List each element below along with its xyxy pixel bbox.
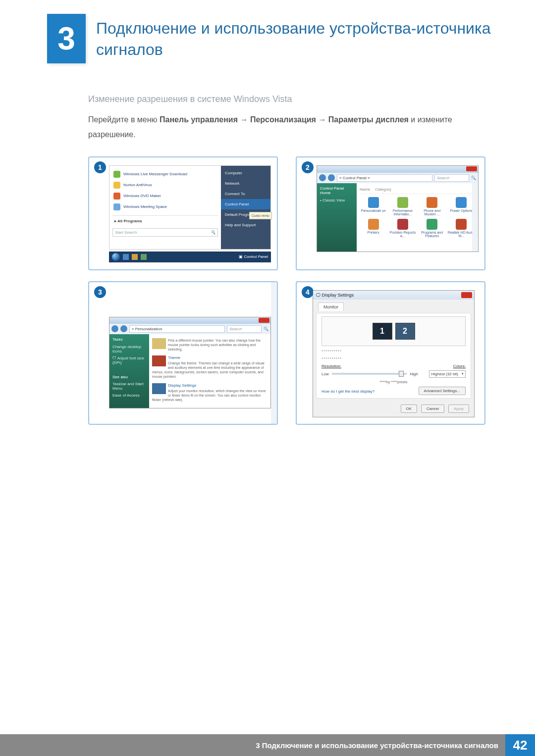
advanced-settings-button[interactable]: Advanced Settings... (419, 387, 466, 395)
colors-dropdown[interactable]: Highest (32 bit) (429, 370, 466, 378)
step-number: 1 (94, 161, 106, 173)
ok-button[interactable]: OK (401, 404, 418, 413)
start-menu-item[interactable]: Windows DVD Maker (112, 191, 218, 202)
start-orb-icon[interactable] (112, 253, 120, 261)
control-panel-item[interactable]: Phone and Modem ... (419, 197, 446, 216)
label: Windows Live Messenger Download (123, 172, 187, 176)
search-icon[interactable]: 🔍 (471, 176, 476, 180)
control-panel-item[interactable]: Printers (360, 219, 387, 238)
label: Adjust font size (DPI) (112, 356, 144, 365)
sidebar-link[interactable]: Ease of Access (112, 393, 146, 398)
monitor-preview: 1 2 (321, 316, 466, 346)
instruction-text: Перейдите в меню Панель управления → Пер… (88, 112, 485, 143)
close-icon[interactable] (466, 166, 477, 171)
back-button-icon[interactable] (111, 325, 118, 332)
monitor-icon: 🖵 (316, 293, 321, 298)
title: Theme (152, 355, 268, 360)
sidebar-link[interactable]: • Classic View (320, 198, 354, 202)
back-button-icon[interactable] (319, 174, 326, 181)
tooltip: Custo remo (249, 212, 272, 219)
start-right-item[interactable]: Help and Support (221, 220, 270, 230)
sidebar-link[interactable]: Taskbar and Start Menu (112, 382, 146, 391)
screenshot-display-settings: 🖵 Display Settings Monitor 1 2 *********… (313, 290, 475, 417)
sidebar-link[interactable]: Change desktop icons (112, 345, 146, 353)
window-titlebar (109, 317, 270, 324)
start-menu-item[interactable]: Norton AntiVirus (112, 180, 218, 191)
screenshot-start-menu: Windows Live Messenger Download Norton A… (109, 165, 271, 262)
personalization-block[interactable]: Display Settings Adjust your monitor res… (152, 383, 268, 402)
scrollbar[interactable] (472, 183, 478, 252)
control-panel-item[interactable]: Realtek HD Audio M... (448, 219, 475, 238)
all-programs[interactable]: ▸ All Programs (112, 215, 218, 226)
taskbar: ▣ Control Panel (109, 252, 271, 262)
col-category[interactable]: Category (375, 187, 391, 192)
step-number: 3 (94, 286, 106, 298)
sidebar-link[interactable]: 🛡 Adjust font size (DPI) (112, 356, 146, 365)
start-right-item[interactable]: Computer (221, 168, 270, 178)
step-panel-4: 4 🖵 Display Settings Monitor 1 2 **** (296, 281, 485, 425)
dialog-titlebar: 🖵 Display Settings (313, 291, 474, 300)
colors-label: Colors: (453, 364, 466, 368)
sidebar: Tasks Change desktop icons 🛡 Adjust font… (109, 334, 149, 408)
label: Control Panel (244, 254, 268, 259)
search-icon[interactable]: 🔍 (264, 327, 268, 331)
sidebar-link[interactable]: Control Panel Home (320, 186, 354, 195)
col-name[interactable]: Name (360, 187, 370, 192)
bold-path-2: Персонализация (250, 115, 316, 124)
sidebar: Control Panel Home • Classic View (317, 183, 357, 252)
chapter-number-badge: 3 (47, 14, 86, 63)
start-search-input[interactable]: Start Search🔍 (112, 228, 218, 237)
window-titlebar (317, 166, 478, 173)
monitor-2[interactable]: 2 (395, 323, 415, 340)
control-panel-item[interactable]: Power Options (448, 197, 475, 216)
sidebar-heading: See also (112, 375, 146, 379)
monitor-1[interactable]: 1 (373, 323, 392, 340)
pixels-text: ****by ****pixels (321, 380, 466, 384)
step-number: 4 (302, 286, 314, 298)
control-panel-item[interactable]: Programs and Features (419, 219, 446, 238)
redacted-text: ********** (321, 356, 466, 361)
close-icon[interactable] (461, 292, 472, 298)
start-right-item[interactable]: Network (221, 178, 270, 189)
personalization-block[interactable]: Pick a different mouse pointer. You can … (152, 338, 268, 352)
start-right-item-control-panel[interactable]: Control Panel (221, 199, 270, 209)
forward-button-icon[interactable] (328, 174, 335, 181)
start-menu-item[interactable]: Windows Live Messenger Download (112, 169, 218, 180)
start-right-item[interactable]: Connect To (221, 189, 270, 199)
slider-high-label: High (410, 372, 418, 376)
bold-path-1: Панель управления (160, 115, 238, 124)
page-footer: 3 Подключение и использование устройства… (0, 734, 535, 756)
scrollbar[interactable] (271, 282, 277, 424)
sidebar-heading: Tasks (112, 337, 146, 342)
cancel-button[interactable]: Cancel (421, 404, 444, 413)
address-bar[interactable]: « Personalization (129, 325, 225, 333)
bold-path-3: Параметры дисплея (328, 115, 409, 124)
taskbar-button[interactable]: ▣ Control Panel (239, 254, 268, 259)
slider-thumb[interactable] (399, 371, 404, 377)
arrow-icon: → (238, 115, 250, 124)
sub-heading: Изменение разрешения в системе Windows V… (88, 94, 485, 104)
apply-button[interactable]: Apply (448, 404, 469, 413)
step-panel-2: 2 « Control Panel » Search 🔍 Control Pan… (296, 156, 485, 270)
screenshot-panels: 1 Windows Live Messenger Download Norton… (88, 156, 485, 425)
desc: Adjust your monitor resolution, which ch… (152, 389, 268, 402)
desc: Change the theme. Themes can change a wi… (152, 361, 268, 379)
address-bar[interactable]: « Control Panel » (337, 174, 432, 182)
search-input[interactable]: Search (434, 174, 469, 182)
step-number: 2 (302, 161, 314, 173)
desc: Pick a different mouse pointer. You can … (152, 338, 268, 352)
placeholder: Start Search (115, 230, 137, 235)
personalization-block[interactable]: Theme Change the theme. Themes can chang… (152, 355, 268, 379)
start-menu-item[interactable]: Windows Meeting Space (112, 202, 218, 212)
arrow-icon: → (316, 115, 328, 124)
search-input[interactable]: Search (227, 325, 262, 333)
title: Display Settings (152, 383, 268, 388)
tab-monitor[interactable]: Monitor (318, 302, 344, 311)
close-icon[interactable] (259, 318, 269, 323)
step-panel-1: 1 Windows Live Messenger Download Norton… (88, 156, 278, 270)
resolution-slider[interactable] (332, 373, 407, 375)
control-panel-item[interactable]: Performance Informatio... (389, 197, 416, 216)
control-panel-item[interactable]: Problem Reports a... (389, 219, 416, 238)
control-panel-item[interactable]: Personalizati on (360, 197, 387, 216)
forward-button-icon[interactable] (120, 325, 127, 332)
